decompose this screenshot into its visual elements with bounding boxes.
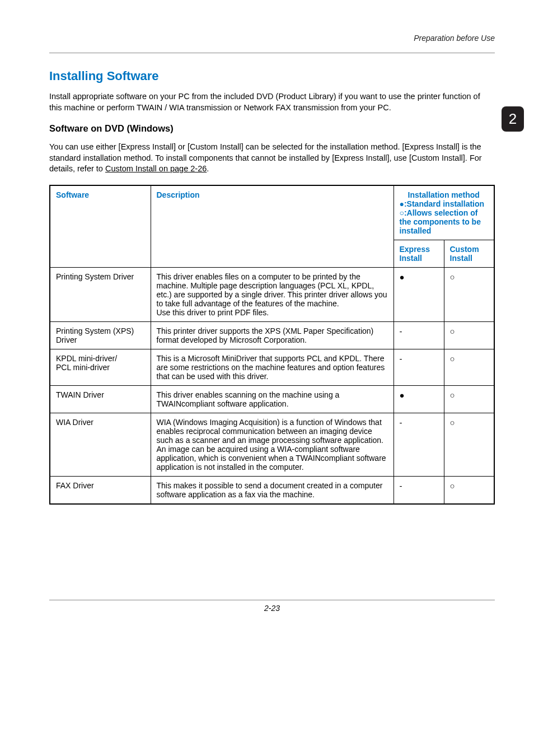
install-method-title: Installation method xyxy=(400,190,489,199)
cell-express: - xyxy=(394,476,444,504)
cell-description: This printer driver supports the XPS (XM… xyxy=(151,321,394,349)
cell-express: ● xyxy=(394,385,444,413)
cell-custom: ○ xyxy=(444,321,494,349)
cell-description: This driver enables scanning on the mach… xyxy=(151,385,394,413)
table-row: TWAIN Driver This driver enables scannin… xyxy=(50,385,494,413)
cell-software: TWAIN Driver xyxy=(50,385,151,413)
section-paragraph: You can use either [Express Install] or … xyxy=(49,142,495,175)
cell-software: WIA Driver xyxy=(50,413,151,476)
table-row: Printing System (XPS) Driver This printe… xyxy=(50,321,494,349)
cell-custom: ○ xyxy=(444,349,494,385)
intro-paragraph: Install appropriate software on your PC … xyxy=(49,91,495,113)
cell-custom: ○ xyxy=(444,413,494,476)
cell-express: - xyxy=(394,349,444,385)
chapter-tab: 2 xyxy=(502,106,524,132)
table-row: KPDL mini-driver/ PCL mini-driver This i… xyxy=(50,349,494,385)
cell-express: - xyxy=(394,413,444,476)
custom-install-link[interactable]: Custom Install on page 2-26 xyxy=(105,164,207,173)
header-rule xyxy=(49,53,495,53)
cell-software: Printing System (XPS) Driver xyxy=(50,321,151,349)
table-row: WIA Driver WIA (Windows Imaging Acquisit… xyxy=(50,413,494,476)
cell-description: This is a Microsoft MiniDriver that supp… xyxy=(151,349,394,385)
install-method-allows: ○:Allows selection of the components to … xyxy=(400,208,489,235)
page-title: Installing Software xyxy=(49,69,495,83)
page-number: 2-23 xyxy=(49,600,495,613)
table-row: FAX Driver This makes it possible to sen… xyxy=(50,476,494,504)
cell-software: FAX Driver xyxy=(50,476,151,504)
cell-description: WIA (Windows Imaging Acquisition) is a f… xyxy=(151,413,394,476)
th-software: Software xyxy=(50,185,151,268)
chapter-label: Preparation before Use xyxy=(49,34,495,47)
th-description: Description xyxy=(151,185,394,268)
table-body: Printing System Driver This driver enabl… xyxy=(50,267,494,504)
cell-description: This makes it possible to send a documen… xyxy=(151,476,394,504)
cell-description: This driver enables files on a computer … xyxy=(151,267,394,321)
cell-software: Printing System Driver xyxy=(50,267,151,321)
para-text-b: . xyxy=(207,164,209,173)
table-row: Printing System Driver This driver enabl… xyxy=(50,267,494,321)
cell-custom: ○ xyxy=(444,267,494,321)
cell-custom: ○ xyxy=(444,476,494,504)
th-install-method: Installation method ●:Standard installat… xyxy=(394,185,494,240)
software-table: Software Description Installation method… xyxy=(49,185,495,505)
th-express: Express Install xyxy=(394,240,444,267)
cell-software: KPDL mini-driver/ PCL mini-driver xyxy=(50,349,151,385)
cell-custom: ○ xyxy=(444,385,494,413)
th-custom: Custom Install xyxy=(444,240,494,267)
install-method-standard: ●:Standard installation xyxy=(400,199,489,208)
cell-express: ● xyxy=(394,267,444,321)
section-heading: Software on DVD (Windows) xyxy=(49,123,495,134)
cell-express: - xyxy=(394,321,444,349)
